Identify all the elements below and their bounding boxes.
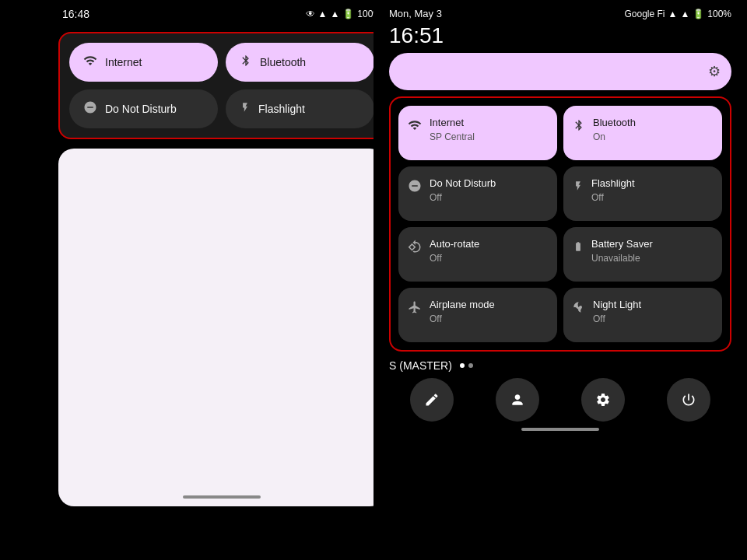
tile-nightlight-right[interactable]: Night Light Off xyxy=(563,288,722,342)
status-icons-right: Google Fi ▲ ▲ 🔋 100% xyxy=(624,9,731,19)
tile-flashlight-left[interactable]: Flashlight xyxy=(226,89,374,128)
tile-bluetooth-left[interactable]: Bluetooth xyxy=(226,43,374,82)
airplane-sub-right: Off xyxy=(430,313,548,324)
dnd-sub-right: Off xyxy=(430,192,548,203)
status-icons-left: 👁 ▲ ▲ 🔋 100% xyxy=(306,9,381,19)
battery-text-right: Battery Saver Unavailable xyxy=(591,238,713,264)
time-left: 16:48 xyxy=(62,8,89,20)
user-button[interactable] xyxy=(496,378,539,422)
search-bar[interactable]: ⚙ xyxy=(389,53,731,90)
qs-grid-left: Internet Bluetooth Do Not Disturb Flashl… xyxy=(69,43,374,128)
vision-icon: 👁 xyxy=(306,9,315,19)
time-right: 16:51 xyxy=(374,23,747,53)
airplane-text-right: Airplane mode Off xyxy=(430,299,548,324)
bluetooth-sub-right: On xyxy=(593,131,713,142)
battery-icon-right: 🔋 xyxy=(693,9,704,19)
tile-airplane-right[interactable]: Airplane mode Off xyxy=(398,288,557,342)
tile-flashlight-right[interactable]: Flashlight Off xyxy=(563,166,722,221)
dnd-text-right: Do Not Disturb Off xyxy=(430,177,548,203)
dnd-icon-left xyxy=(83,100,97,117)
wifi-icon-right-tile xyxy=(408,118,422,136)
signal-icon-right: ▲ xyxy=(680,9,689,19)
wifi-icon xyxy=(83,54,97,71)
moon-icon-right xyxy=(573,300,585,318)
home-indicator-right xyxy=(521,428,599,431)
flash-label-left: Flashlight xyxy=(258,103,305,115)
qs-panel-right: Internet SP Central Bluetooth On Do xyxy=(389,96,731,352)
airplane-name-right: Airplane mode xyxy=(430,299,548,312)
rotate-icon-right xyxy=(408,240,422,257)
right-phone: Mon, May 3 Google Fi ▲ ▲ 🔋 100% 16:51 ⚙ … xyxy=(374,0,747,560)
edit-button[interactable] xyxy=(410,378,454,422)
battery-sub-right: Unavailable xyxy=(591,253,713,264)
bluetooth-icon-left xyxy=(240,54,252,71)
flashlight-text-right: Flashlight Off xyxy=(591,177,713,203)
gear-icon[interactable]: ⚙ xyxy=(708,63,721,80)
dot-2 xyxy=(468,363,473,368)
left-phone: 16:48 👁 ▲ ▲ 🔋 100% Internet Bluetooth xyxy=(47,0,397,560)
tile-internet-right[interactable]: Internet SP Central xyxy=(398,106,557,160)
autorotate-name-right: Auto-rotate xyxy=(430,238,548,251)
wifi-icon-right: ▲ xyxy=(668,9,678,19)
dnd-label-left: Do Not Disturb xyxy=(105,103,177,115)
bottom-buttons xyxy=(389,378,731,422)
wifi-icon-left: ▲ xyxy=(318,9,328,19)
bluetooth-text-right: Bluetooth On xyxy=(593,117,713,142)
dnd-icon-right-tile xyxy=(408,179,422,197)
bluetooth-name-right: Bluetooth xyxy=(593,117,713,130)
settings-button[interactable] xyxy=(581,378,625,422)
status-bar-left: 16:48 👁 ▲ ▲ 🔋 100% xyxy=(47,0,397,28)
home-indicator-left xyxy=(183,495,261,499)
nightlight-text-right: Night Light Off xyxy=(593,299,713,324)
bluetooth-icon-right-tile xyxy=(573,118,585,136)
nightlight-name-right: Night Light xyxy=(593,299,713,312)
internet-text-right: Internet SP Central xyxy=(430,117,548,142)
page-dots xyxy=(460,363,473,368)
tile-dnd-left[interactable]: Do Not Disturb xyxy=(69,89,218,128)
battery-pct-right: 100% xyxy=(707,9,731,19)
internet-label-left: Internet xyxy=(105,56,142,68)
battery-icon-right-tile xyxy=(573,240,584,257)
battery-name-right: Battery Saver xyxy=(591,238,713,251)
flashlight-name-right: Flashlight xyxy=(591,177,713,191)
bluetooth-label-left: Bluetooth xyxy=(260,56,306,68)
signal-icon-left: ▲ xyxy=(330,9,339,19)
tile-dnd-right[interactable]: Do Not Disturb Off xyxy=(398,166,557,221)
date-right: Mon, May 3 xyxy=(389,8,442,19)
tile-battery-right[interactable]: Battery Saver Unavailable xyxy=(563,227,722,282)
airplane-icon-right xyxy=(408,300,422,318)
carrier-right: Google Fi xyxy=(624,9,665,19)
tile-bluetooth-right[interactable]: Bluetooth On xyxy=(563,106,722,160)
tile-autorotate-right[interactable]: Auto-rotate Off xyxy=(398,227,557,282)
battery-icon-left: 🔋 xyxy=(342,9,354,19)
power-button[interactable] xyxy=(667,378,710,422)
status-bar-right: Mon, May 3 Google Fi ▲ ▲ 🔋 100% xyxy=(374,0,747,23)
dot-1 xyxy=(460,363,465,368)
user-name: S (MASTER) xyxy=(389,359,452,372)
content-area-left xyxy=(58,149,385,506)
qs-grid-right: Internet SP Central Bluetooth On Do xyxy=(398,106,722,342)
bottom-area: S (MASTER) xyxy=(374,352,747,422)
tile-internet-left[interactable]: Internet xyxy=(69,43,218,82)
qs-panel-left: Internet Bluetooth Do Not Disturb Flashl… xyxy=(58,32,385,139)
user-row: S (MASTER) xyxy=(389,359,731,372)
dnd-name-right: Do Not Disturb xyxy=(430,177,548,191)
internet-name-right: Internet xyxy=(430,117,548,130)
autorotate-sub-right: Off xyxy=(430,253,548,264)
autorotate-text-right: Auto-rotate Off xyxy=(430,238,548,264)
internet-sub-right: SP Central xyxy=(430,131,548,142)
flash-icon-left xyxy=(240,100,251,117)
nightlight-sub-right: Off xyxy=(593,313,713,324)
flash-icon-right-tile xyxy=(573,179,584,197)
flashlight-sub-right: Off xyxy=(591,192,713,203)
